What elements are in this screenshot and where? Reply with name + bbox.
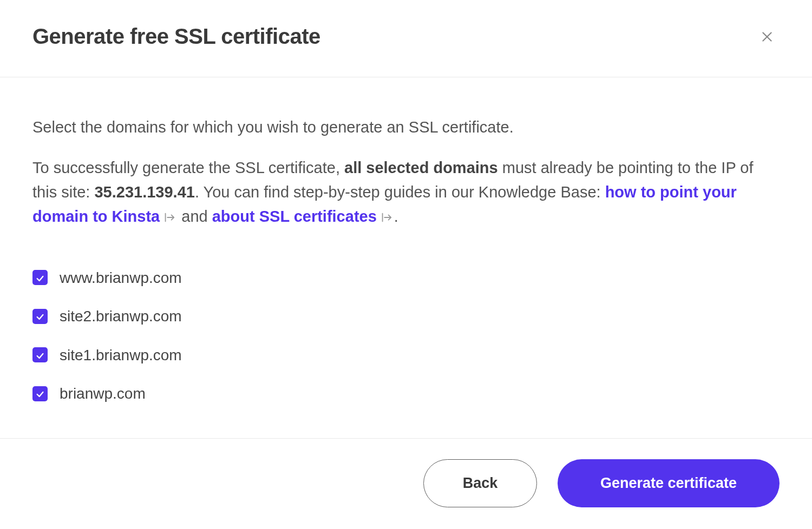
domain-row: brianwp.com bbox=[32, 374, 780, 413]
generate-certificate-button[interactable]: Generate certificate bbox=[558, 459, 780, 507]
check-icon bbox=[36, 266, 44, 290]
modal-body: Select the domains for which you wish to… bbox=[0, 77, 812, 438]
domain-label: site1.brianwp.com bbox=[60, 343, 182, 367]
intro-text: Select the domains for which you wish to… bbox=[32, 115, 780, 140]
domain-checkbox[interactable] bbox=[32, 309, 48, 324]
modal-title: Generate free SSL certificate bbox=[32, 24, 320, 49]
check-icon bbox=[36, 304, 44, 328]
domain-list: www.brianwp.com site2.brianwp.com site1.… bbox=[32, 259, 780, 413]
domain-row: site1.brianwp.com bbox=[32, 336, 780, 374]
domain-label: www.brianwp.com bbox=[60, 266, 182, 289]
instructions-text: To successfully generate the SSL certifi… bbox=[32, 156, 780, 229]
domain-checkbox[interactable] bbox=[32, 347, 48, 362]
link-about-ssl[interactable]: about SSL certificates bbox=[212, 208, 377, 225]
back-button[interactable]: Back bbox=[423, 459, 537, 507]
domain-checkbox[interactable] bbox=[32, 270, 48, 285]
close-icon bbox=[760, 30, 774, 45]
domain-label: brianwp.com bbox=[60, 382, 146, 405]
instr-end: . bbox=[394, 208, 398, 225]
domain-checkbox[interactable] bbox=[32, 386, 48, 401]
external-link-icon bbox=[380, 211, 392, 223]
check-icon bbox=[36, 381, 44, 406]
instr-prefix: To successfully generate the SSL certifi… bbox=[32, 159, 344, 176]
ssl-generate-modal: Generate free SSL certificate Select the… bbox=[0, 0, 812, 529]
close-button[interactable] bbox=[755, 24, 780, 51]
domain-label: site2.brianwp.com bbox=[60, 305, 182, 328]
instr-after-ip: . You can find step-by-step guides in ou… bbox=[195, 183, 605, 201]
instr-strong-domains: all selected domains bbox=[344, 159, 498, 176]
check-icon bbox=[36, 343, 44, 367]
instr-between: and bbox=[177, 208, 212, 225]
external-link-icon bbox=[163, 211, 175, 223]
modal-header: Generate free SSL certificate bbox=[0, 0, 812, 77]
domain-row: www.brianwp.com bbox=[32, 259, 780, 297]
site-ip: 35.231.139.41 bbox=[94, 183, 194, 201]
modal-footer: Back Generate certificate bbox=[0, 438, 812, 529]
domain-row: site2.brianwp.com bbox=[32, 297, 780, 335]
